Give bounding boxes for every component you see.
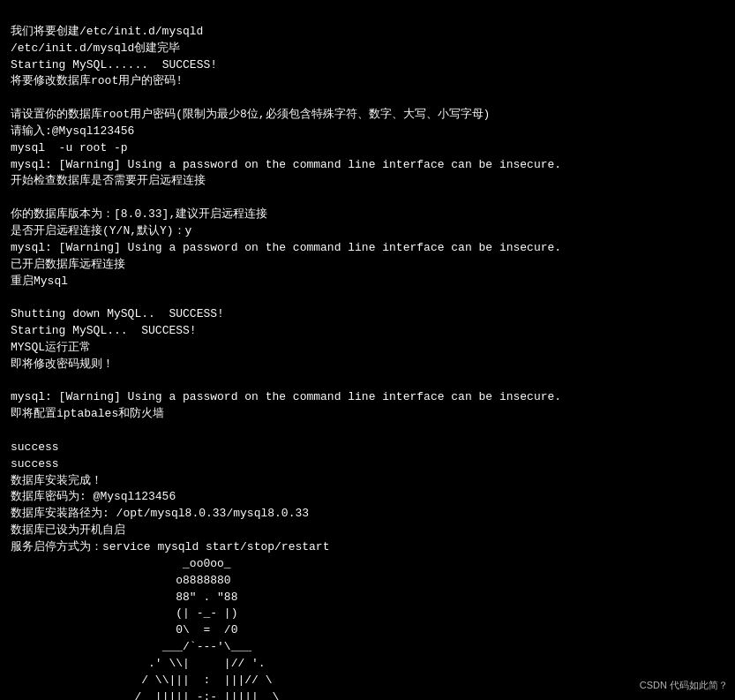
terminal-line: 重启Mysql — [11, 274, 724, 290]
terminal-line: 请设置你的数据库root用户密码(限制为最少8位,必须包含特殊字符、数字、大写、… — [11, 107, 724, 124]
terminal-line: mysql -u root -p — [11, 140, 724, 157]
terminal-line: Starting MySQL... SUCCESS! — [11, 323, 724, 340]
terminal-line: MYSQL运行正常 — [11, 340, 724, 357]
terminal-line — [11, 190, 724, 207]
terminal-output: 我们将要创建/etc/init.d/mysqld/etc/init.d/mysq… — [11, 7, 724, 700]
terminal-line: 是否开启远程连接(Y/N,默认Y)：y — [11, 223, 724, 240]
terminal-line — [11, 90, 724, 107]
terminal-line: 数据库密码为: @Mysql123456 — [11, 489, 724, 506]
terminal-line: 已开启数据库远程连接 — [11, 257, 724, 274]
terminal-line: (| -_- |) — [11, 606, 724, 622]
terminal-line: 将要修改数据库root用户的密码! — [11, 73, 724, 90]
terminal-line: 数据库安装完成！ — [11, 473, 724, 490]
terminal-line: 你的数据库版本为：[8.0.33],建议开启远程连接 — [11, 207, 724, 223]
terminal-line: Starting MySQL...... SUCCESS! — [11, 57, 724, 74]
terminal-line: 0\ = /0 — [11, 622, 724, 639]
terminal-line: ___/`---'\___ — [11, 639, 724, 656]
terminal-line: / \\||| : |||// \ — [11, 673, 724, 689]
terminal-line — [11, 290, 724, 306]
terminal-line: mysql: [Warning] Using a password on the… — [11, 240, 724, 257]
terminal-line: 即将配置iptabales和防火墙 — [11, 406, 724, 423]
terminal-line: mysql: [Warning] Using a password on the… — [11, 389, 724, 406]
terminal-line: 开始检查数据库是否需要开启远程连接 — [11, 173, 724, 190]
terminal-line — [11, 423, 724, 440]
terminal-line: _oo0oo_ — [11, 556, 724, 573]
terminal-line: /etc/init.d/mysqld创建完毕 — [11, 41, 724, 57]
terminal-line: 我们将要创建/etc/init.d/mysqld — [11, 24, 724, 41]
terminal-line: / _||||| -:- |||||_ \ — [11, 689, 724, 700]
terminal-line: success — [11, 456, 724, 473]
terminal-line: 请输入:@Mysql123456 — [11, 124, 724, 140]
terminal-line: Shutting down MySQL.. SUCCESS! — [11, 306, 724, 323]
terminal-line: .' \\| |// '. — [11, 656, 724, 673]
terminal-line: o8888880 — [11, 573, 724, 590]
terminal-line: 即将修改密码规则！ — [11, 357, 724, 373]
terminal-line: 数据库安装路径为: /opt/mysql8.0.33/mysql8.0.33 — [11, 506, 724, 523]
terminal-line: 88" . "88 — [11, 590, 724, 606]
terminal-line: mysql: [Warning] Using a password on the… — [11, 157, 724, 174]
watermark-label: CSDN 代码如此简？ — [640, 679, 728, 693]
terminal-line: 服务启停方式为：service mysqld start/stop/restar… — [11, 539, 724, 556]
terminal-line — [11, 373, 724, 390]
terminal-line: success — [11, 440, 724, 456]
terminal-line: 数据库已设为开机自启 — [11, 523, 724, 539]
